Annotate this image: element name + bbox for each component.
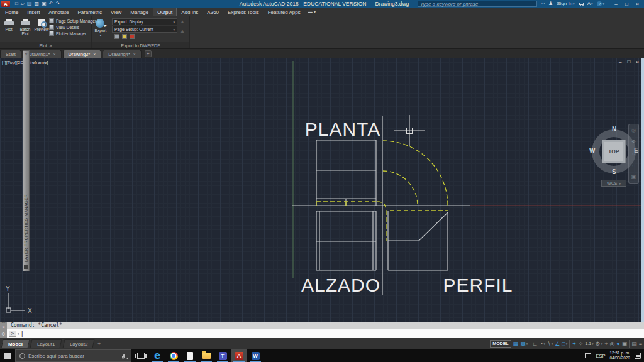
task-view-button[interactable] — [133, 349, 149, 362]
osnap-tracking-icon[interactable]: ∠ — [555, 339, 560, 348]
plot-panel-label[interactable]: Plot » — [0, 42, 91, 48]
fullscreen-icon[interactable]: ▤ — [631, 339, 637, 348]
menu-tab-insert[interactable]: Insert — [23, 8, 43, 16]
account-caret-icon[interactable]: ▾ — [591, 2, 593, 6]
layout-tab-model[interactable]: Model — [1, 339, 30, 348]
taskbar-search-box[interactable]: Escribe aquí para buscar — [15, 349, 131, 362]
preview-button[interactable]: Preview — [34, 18, 49, 36]
viewcube-west[interactable]: W — [589, 147, 595, 154]
export-dropdown-export-display[interactable]: Export: Display▾ — [112, 18, 177, 25]
command-input-line[interactable]: ≻ ▾ | — [7, 329, 644, 338]
navigation-bar[interactable]: ◎ ✥ ○ ◌ ▣ — [628, 124, 639, 184]
close-tab-icon[interactable]: × — [53, 52, 55, 57]
isolate-objects-icon[interactable]: ◎ — [609, 339, 614, 348]
drawing-canvas[interactable]: PLANTAALZADOPERFILYX [-][Top][2D Wirefra… — [0, 58, 644, 322]
plot-button[interactable]: Plot — [1, 18, 16, 36]
menu-tab-view[interactable]: View — [107, 8, 125, 16]
command-close-icon[interactable]: × — [2, 324, 4, 330]
polar-tracking-icon[interactable]: ◔▾ — [540, 339, 545, 348]
taskbar-chrome[interactable] — [165, 349, 182, 362]
view-details-button[interactable]: View Details — [49, 25, 96, 30]
menu-tab-featured-apps[interactable]: Featured Apps — [264, 8, 304, 16]
clean-screen-icon[interactable]: ▣ — [622, 339, 628, 348]
taskbar-explorer[interactable] — [198, 349, 214, 362]
layout-tab-layout2[interactable]: Layout2 — [62, 339, 94, 348]
pan-icon[interactable]: ✥ — [631, 139, 636, 145]
autodesk-account-icon[interactable]: A — [587, 1, 591, 7]
search-icon[interactable]: ∞ — [541, 1, 545, 7]
command-recent-caret-icon[interactable]: ▾ — [18, 332, 19, 336]
palette-close-icon[interactable]: × — [25, 52, 27, 57]
batch-plot-button[interactable]: Batch Plot — [18, 18, 33, 36]
menu-tab-output[interactable]: Output — [153, 8, 176, 16]
ortho-mode-icon[interactable]: ∟ — [532, 339, 538, 348]
help-icon[interactable]: ? — [597, 1, 602, 6]
taskbar-teams[interactable]: T — [214, 349, 231, 362]
export-option-icon[interactable]: ▲ — [180, 28, 185, 34]
annotation-scale-button[interactable]: 1:1▾ — [585, 339, 593, 348]
taskbar-edge[interactable]: e — [149, 349, 165, 362]
object-snap-icon[interactable]: □▾ — [562, 339, 567, 348]
model-space-toggle[interactable]: MODEL — [490, 340, 511, 348]
wcs-dropdown[interactable]: WCS▾ — [601, 180, 626, 187]
zoom-icon[interactable]: ○ — [632, 151, 635, 156]
viewport-minimize-icon[interactable]: – — [619, 59, 621, 65]
menu-tab-parametric[interactable]: Parametric — [74, 8, 106, 16]
save-icon[interactable]: ▤ — [27, 1, 32, 7]
status-menu-icon[interactable]: ≡ — [639, 339, 642, 348]
menu-tab-a360[interactable]: A360 — [203, 8, 223, 16]
export-option-icon[interactable]: ▲ — [180, 19, 185, 25]
graphics-performance-icon[interactable]: ● — [616, 339, 619, 348]
file-tab-drawing3[interactable]: Drawing3*× — [63, 50, 102, 58]
new-file-icon[interactable]: □ — [15, 1, 18, 7]
palette-properties-icon[interactable] — [24, 265, 28, 269]
ribbon-display-toggle-icon[interactable]: ▬ ▾ — [308, 9, 316, 14]
new-drawing-tab-button[interactable]: + — [145, 50, 152, 57]
action-center-icon[interactable] — [635, 353, 641, 359]
tray-display-icon[interactable] — [585, 353, 591, 358]
export-dropdown-page-setup-current[interactable]: Page Setup: Current▾ — [112, 26, 177, 33]
restore-button[interactable]: □ — [621, 1, 632, 7]
close-button[interactable]: × — [632, 1, 643, 7]
dwfx-icon[interactable] — [122, 34, 127, 39]
menu-tab-manage[interactable]: Manage — [126, 8, 152, 16]
menu-tab-home[interactable]: Home — [1, 8, 22, 16]
showmotion-icon[interactable]: ▣ — [631, 174, 636, 180]
navwheel-icon[interactable]: ◎ — [631, 128, 636, 133]
viewcube-top-face[interactable]: TOP — [602, 140, 626, 163]
viewport-restore-icon[interactable]: □ — [627, 59, 630, 65]
layout-tab-layout1[interactable]: Layout1 — [30, 339, 62, 348]
command-prompt-icon[interactable]: ≻ — [9, 331, 16, 337]
file-tab-drawing4[interactable]: Drawing4*× — [103, 50, 142, 58]
annotation-visibility-icon[interactable]: ✦ — [572, 339, 577, 348]
menu-tab-annotate[interactable]: Annotate — [45, 8, 72, 16]
autocad-app-menu-icon[interactable]: A — [1, 1, 10, 7]
dialog-launcher-icon[interactable]: » — [50, 43, 52, 48]
command-customize-icon[interactable]: ⚙ — [1, 332, 5, 337]
plotter-manager-button[interactable]: Plotter Manager — [49, 31, 96, 36]
viewcube-south[interactable]: S — [612, 168, 616, 175]
undo-icon[interactable]: ↶ — [49, 1, 53, 7]
workspace-switch-icon[interactable]: ⚙▾ — [596, 339, 603, 348]
clock[interactable]: 12:51 p. m. 04/03/2020 — [609, 351, 630, 361]
taskbar-autocad[interactable]: A — [231, 349, 247, 362]
app-store-cart-icon[interactable] — [579, 3, 584, 5]
pdf-icon[interactable] — [130, 34, 135, 39]
layer-properties-palette-bar[interactable]: × LAYER PROPERTIES MANAGER — [23, 50, 30, 272]
minimize-button[interactable]: – — [611, 1, 621, 7]
export-options-icon[interactable] — [114, 34, 119, 39]
close-tab-icon[interactable]: × — [133, 52, 136, 57]
taskbar-document[interactable] — [182, 349, 198, 362]
snap-mode-icon[interactable]: ▩▾ — [520, 339, 528, 348]
export-panel-label[interactable]: Export to DWF/PDF — [92, 42, 189, 48]
microphone-icon[interactable] — [123, 354, 125, 358]
menu-tab-express-tools[interactable]: Express Tools — [224, 8, 263, 16]
taskbar-word[interactable]: W — [247, 349, 264, 362]
open-file-icon[interactable]: ▱ — [21, 1, 25, 7]
isodraft-icon[interactable]: ∖▾ — [547, 339, 553, 348]
language-indicator[interactable]: ESP — [596, 353, 605, 359]
plot-quick-icon[interactable]: ▣ — [42, 1, 47, 7]
file-tab-start[interactable]: Start — [0, 50, 21, 58]
signin-caret-icon[interactable]: ▾ — [573, 2, 575, 6]
orbit-icon[interactable]: ◌ — [632, 163, 635, 168]
